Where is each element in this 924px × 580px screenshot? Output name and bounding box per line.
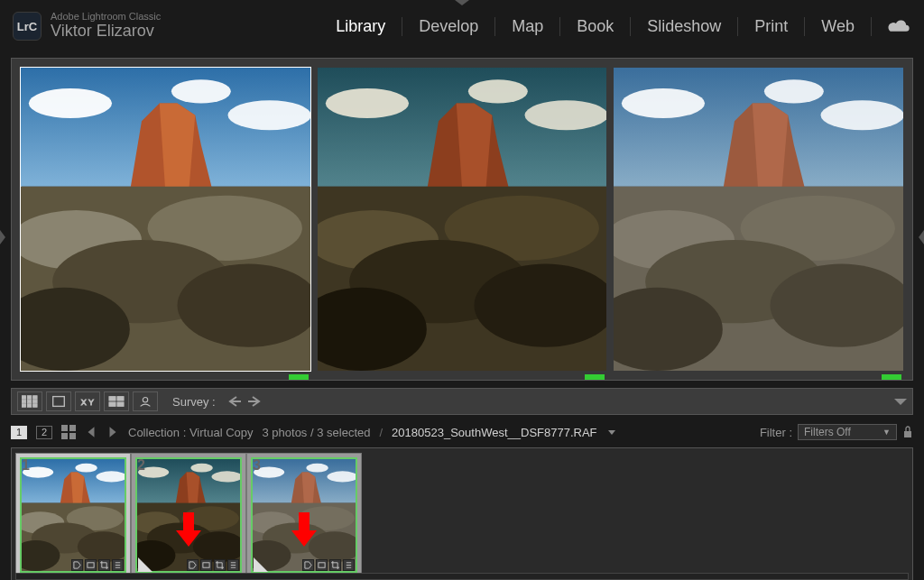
svg-rect-37 [27,404,32,408]
develop-badge-icon[interactable] [343,559,355,571]
compare-view-button[interactable]: XY [75,391,100,411]
pick-flag-icon [585,374,605,380]
thumb-index: 2 [137,457,145,474]
svg-rect-33 [22,400,26,403]
thumb-strip: 1 2 3 [12,448,365,580]
keyword-badge-icon[interactable] [71,559,83,571]
svg-rect-38 [33,404,38,408]
develop-badge-icon[interactable] [112,559,124,571]
svg-rect-43 [117,397,124,401]
top-panel-handle[interactable] [455,0,469,5]
photo-count-label: 3 photos / 3 selected [263,426,371,439]
toolbar-collapse-icon[interactable] [894,399,907,405]
module-book[interactable]: Book [560,17,631,36]
filter-value: Filters Off [804,426,851,438]
pick-flag-icon [289,374,309,380]
breadcrumb-dropdown-icon[interactable] [608,430,615,435]
svg-text:X: X [81,398,87,407]
module-print[interactable]: Print [738,17,805,36]
svg-rect-48 [69,425,76,431]
svg-rect-47 [61,425,68,431]
secondary-grid-icon[interactable] [61,425,76,439]
module-map[interactable]: Map [495,17,560,36]
pick-flag-icon [882,374,901,380]
svg-rect-49 [61,433,68,439]
thumb-image [20,457,126,573]
filmstrip: 1 2 3 [11,447,913,580]
thumb-1[interactable]: 1 [15,453,131,577]
right-panel-handle[interactable] [919,230,924,244]
grid-view-button[interactable] [17,391,42,411]
svg-point-46 [143,398,147,402]
annotation-arrow-icon [288,511,320,547]
collection-badge-icon[interactable] [200,559,212,571]
crop-badge-icon[interactable] [98,559,110,571]
module-picker: Library Develop Map Book Slideshow Print… [319,17,911,36]
svg-rect-44 [109,402,116,407]
module-web[interactable]: Web [805,17,872,36]
svg-rect-45 [117,402,124,407]
filter-label: Filter : [760,426,792,439]
nav-back-button[interactable] [85,426,97,438]
thumb-2[interactable]: 2 [131,453,246,577]
survey-view-button[interactable] [104,391,129,411]
cloud-sync-icon[interactable] [886,17,911,35]
svg-rect-53 [203,563,209,567]
app-header: LrC Adobe Lightroom Classic Viktor Eliza… [0,0,924,52]
thumb-index: 1 [22,457,30,474]
module-library[interactable]: Library [319,17,402,36]
svg-rect-31 [27,396,32,400]
next-photo-button[interactable] [246,393,263,410]
collection-badge-icon[interactable] [316,559,328,571]
svg-rect-51 [904,431,911,437]
virtual-copy-icon [254,557,268,572]
breadcrumb-sep: / [379,426,383,439]
virtual-copy-icon [138,557,152,572]
breadcrumb-path[interactable]: 20180523_SouthWest__DSF8777.RAF [392,426,596,439]
people-view-button[interactable] [133,391,158,411]
keyword-badge-icon[interactable] [187,559,199,571]
svg-rect-39 [53,397,65,407]
survey-cell-3[interactable] [614,68,903,371]
svg-rect-50 [69,433,76,439]
thumb-index: 3 [253,457,261,474]
user-name-label: Viktor Elizarov [51,22,161,41]
survey-cell-2[interactable] [318,68,607,371]
module-develop[interactable]: Develop [402,17,495,36]
thumb-badges [187,559,239,571]
develop-badge-icon[interactable] [227,559,239,571]
svg-rect-35 [33,400,38,403]
loupe-view-button[interactable] [46,391,71,411]
filmstrip-infobar: 1 2 Collection : Virtual Copy 3 photos /… [11,422,913,442]
nav-forward-button[interactable] [106,426,119,438]
filter-preset-select[interactable]: Filters Off ▼ [798,424,897,440]
window-2-button[interactable]: 2 [36,426,52,439]
svg-rect-42 [109,397,116,401]
module-slideshow[interactable]: Slideshow [631,17,738,36]
survey-view [11,58,913,381]
keyword-badge-icon[interactable] [302,559,314,571]
collection-badge-icon[interactable] [85,559,97,571]
thumb-badges [302,559,355,571]
photo-1 [21,68,310,371]
survey-cell-1[interactable] [21,68,310,371]
filter-lock-icon[interactable] [902,426,913,438]
svg-rect-36 [22,404,26,408]
identity-plate: Adobe Lightroom Classic Viktor Elizarov [51,11,161,41]
window-1-button[interactable]: 1 [11,426,27,439]
prev-photo-button[interactable] [226,393,243,410]
left-panel-handle[interactable] [0,230,5,244]
svg-rect-54 [319,563,325,567]
annotation-arrow-icon [172,511,205,547]
filmstrip-scrollbar[interactable] [15,573,909,580]
svg-text:Y: Y [88,398,94,407]
crop-badge-icon[interactable] [214,559,226,571]
svg-rect-30 [22,396,26,400]
toolbar-mode-label: Survey : [172,395,216,409]
photo-2 [318,68,607,371]
svg-rect-32 [33,396,38,400]
crop-badge-icon[interactable] [329,559,341,571]
thumb-3[interactable]: 3 [246,453,362,577]
library-toolbar: XY Survey : [11,388,913,415]
thumb-badges [71,559,124,571]
